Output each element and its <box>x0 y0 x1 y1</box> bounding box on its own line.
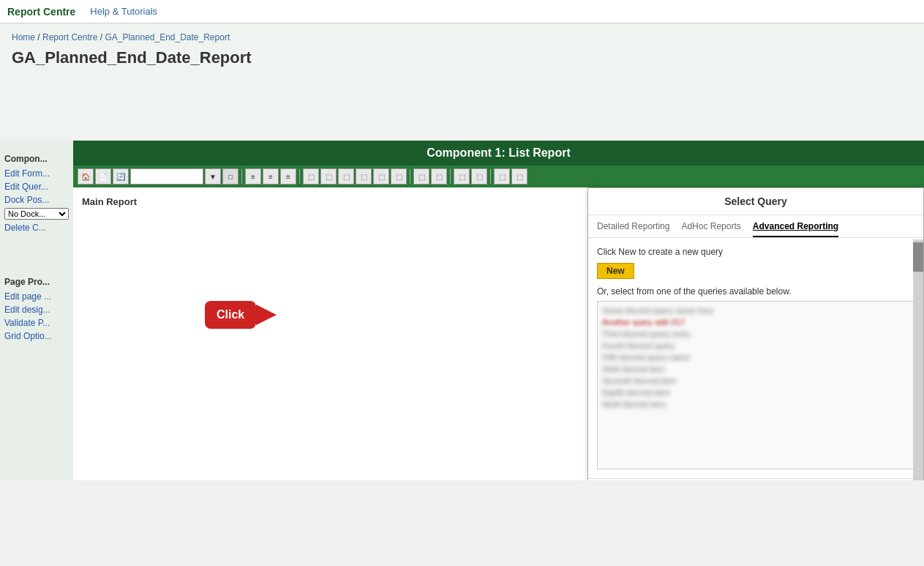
sidebar-link-edit-form[interactable]: Edit Form... <box>4 168 69 179</box>
query-list-item[interactable]: Fourth blurred query <box>602 341 909 350</box>
sidebar-section-component: Compon... <box>4 154 69 164</box>
tb-btn-b[interactable]: ⬚ <box>320 168 337 185</box>
workspace: Compon... Edit Form... Edit Quer... Dock… <box>0 141 924 480</box>
or-select-text: Or, select from one of the queries avail… <box>597 286 914 297</box>
query-list-item[interactable]: Seventh blurred item <box>602 376 909 385</box>
tb-btn-d[interactable]: ⬚ <box>356 168 372 185</box>
dialog-footer: OK Cancel <box>588 478 923 480</box>
query-list-container[interactable]: Some blurred query name here Another que… <box>597 301 914 469</box>
query-list-item[interactable]: Ninth blurred item <box>602 400 909 409</box>
query-list-item[interactable]: Eighth blurred item <box>602 388 909 397</box>
tb-btn-k[interactable]: ⬚ <box>494 168 510 185</box>
tb-btn-e[interactable]: ⬚ <box>373 168 389 185</box>
sidebar: Compon... Edit Form... Edit Quer... Dock… <box>0 141 73 480</box>
query-list-item[interactable]: Third blurred query entry <box>602 329 909 338</box>
click-bubble: Click <box>205 301 256 329</box>
report-canvas: Component 1: List Report 🏠 📄 🔄 ▼ □ ≡ ≡ ≡… <box>73 141 924 480</box>
report-body: Main Report Click Select Query Detailed … <box>73 187 924 480</box>
tb-btn-h[interactable]: ⬚ <box>431 168 447 185</box>
breadcrumb: Home / Report Centre / GA_Planned_End_Da… <box>12 32 912 42</box>
query-list-item[interactable]: Another query with 017 <box>602 318 909 327</box>
dialog-title: Select Query <box>588 188 923 215</box>
sidebar-link-edit-query[interactable]: Edit Quer... <box>4 182 69 192</box>
page-title: GA_Planned_End_Date_Report <box>12 48 912 67</box>
top-nav: Report Centre Help & Tutorials <box>0 0 924 23</box>
tb-dropdown-btn[interactable]: ▼ <box>205 168 221 185</box>
tab-advanced-reporting[interactable]: Advanced Reporting <box>753 221 838 237</box>
select-query-dialog: Select Query Detailed Reporting AdHoc Re… <box>587 187 924 480</box>
tb-home-btn[interactable]: 🏠 <box>78 168 94 185</box>
sidebar-section-page: Page Pro... <box>4 277 69 287</box>
new-button[interactable]: New <box>597 263 634 279</box>
dialog-tabs: Detailed Reporting AdHoc Reports Advance… <box>588 215 923 238</box>
outer-scroll-thumb[interactable] <box>913 242 923 272</box>
tb-divider-5 <box>490 169 491 184</box>
tb-align-center-btn[interactable]: ≡ <box>263 168 279 185</box>
sidebar-link-validate[interactable]: Validate P... <box>4 318 69 328</box>
dock-position-select[interactable]: No Dock... <box>4 208 69 220</box>
tb-btn-f[interactable]: ⬚ <box>391 168 407 185</box>
tb-divider-2 <box>299 169 300 184</box>
sidebar-link-dock-pos[interactable]: Dock Pos... <box>4 195 69 205</box>
tb-divider-1 <box>241 169 242 184</box>
toolbar: 🏠 📄 🔄 ▼ □ ≡ ≡ ≡ ⬚ ⬚ ⬚ ⬚ ⬚ ⬚ ⬚ ⬚ ⬚ ⬚ ⬚ ⬚ <box>73 165 924 187</box>
tab-detailed-reporting[interactable]: Detailed Reporting <box>597 221 669 237</box>
sidebar-link-grid[interactable]: Grid Optio... <box>4 331 69 341</box>
tb-btn-g[interactable]: ⬚ <box>413 168 429 185</box>
tb-align-right-btn[interactable]: ≡ <box>280 168 296 185</box>
tab-adhoc-reports[interactable]: AdHoc Reports <box>681 221 740 237</box>
dialog-body: Click New to create a new query New Or, … <box>588 238 923 478</box>
sidebar-link-edit-page[interactable]: Edit page ... <box>4 291 69 302</box>
tb-text-input[interactable] <box>130 168 203 185</box>
query-list-item[interactable]: Fifth blurred query name <box>602 353 909 362</box>
query-list-item[interactable]: Some blurred query name here <box>602 306 909 315</box>
click-arrow <box>256 305 277 325</box>
tb-divider-3 <box>410 169 410 184</box>
tb-btn-i[interactable]: ⬚ <box>454 168 470 185</box>
tb-btn-a[interactable]: ⬚ <box>303 168 319 185</box>
sidebar-link-edit-design[interactable]: Edit desig... <box>4 305 69 315</box>
sidebar-link-delete[interactable]: Delete C... <box>4 223 69 233</box>
breadcrumb-report-centre[interactable]: Report Centre <box>42 32 97 42</box>
tb-refresh-btn[interactable]: 🔄 <box>113 168 129 185</box>
click-annotation: Click <box>205 301 277 329</box>
tb-btn-c[interactable]: ⬚ <box>338 168 354 185</box>
create-new-text: Click New to create a new query <box>597 247 914 257</box>
tb-color-btn[interactable]: □ <box>222 168 238 185</box>
breadcrumb-current: GA_Planned_End_Date_Report <box>105 32 230 42</box>
component-header: Component 1: List Report <box>73 141 924 165</box>
tb-btn-l[interactable]: ⬚ <box>511 168 527 185</box>
help-tutorials-link[interactable]: Help & Tutorials <box>90 6 157 17</box>
tb-divider-4 <box>450 169 451 184</box>
query-list-item[interactable]: Sixth blurred item <box>602 365 909 373</box>
app-name[interactable]: Report Centre <box>7 6 75 18</box>
tb-btn-j[interactable]: ⬚ <box>471 168 487 185</box>
outer-scrollbar[interactable] <box>913 239 923 480</box>
page-content: Home / Report Centre / GA_Planned_End_Da… <box>0 23 924 141</box>
tb-align-left-btn[interactable]: ≡ <box>245 168 261 185</box>
tb-doc-btn[interactable]: 📄 <box>95 168 111 185</box>
breadcrumb-home[interactable]: Home <box>12 32 35 42</box>
